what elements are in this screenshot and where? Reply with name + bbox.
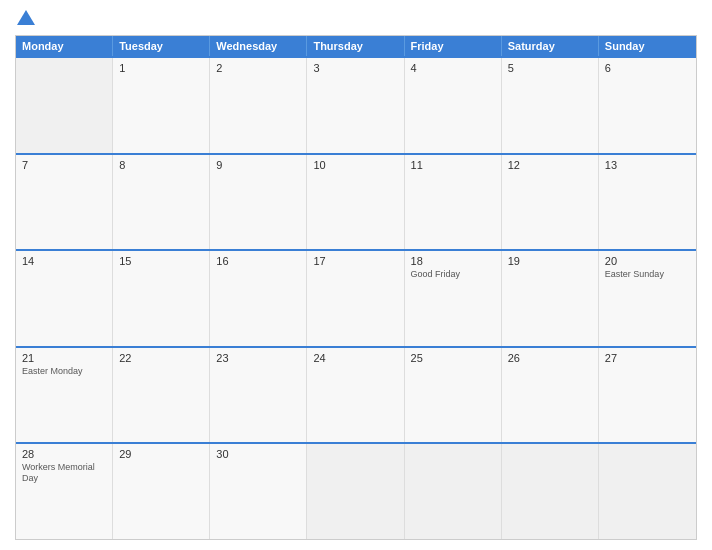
day-number: 28	[22, 448, 106, 460]
day-number: 22	[119, 352, 203, 364]
calendar-cell: 2	[210, 58, 307, 153]
calendar-page: MondayTuesdayWednesdayThursdayFridaySatu…	[0, 0, 712, 550]
calendar-cell: 1	[113, 58, 210, 153]
calendar-cell: 25	[405, 348, 502, 443]
day-number: 24	[313, 352, 397, 364]
calendar-cell: 6	[599, 58, 696, 153]
calendar-cell	[16, 58, 113, 153]
calendar-cell: 14	[16, 251, 113, 346]
day-number: 15	[119, 255, 203, 267]
calendar-cell: 27	[599, 348, 696, 443]
holiday-label: Easter Sunday	[605, 269, 690, 280]
calendar-cell	[599, 444, 696, 539]
day-number: 6	[605, 62, 690, 74]
day-number: 4	[411, 62, 495, 74]
weekday-header: Friday	[405, 36, 502, 56]
calendar-body: 123456789101112131415161718Good Friday19…	[16, 56, 696, 539]
calendar-week: 28Workers Memorial Day2930	[16, 442, 696, 539]
calendar-cell: 30	[210, 444, 307, 539]
day-number: 16	[216, 255, 300, 267]
day-number: 18	[411, 255, 495, 267]
calendar-cell: 11	[405, 155, 502, 250]
calendar-week: 123456	[16, 56, 696, 153]
calendar-cell: 3	[307, 58, 404, 153]
weekday-header: Saturday	[502, 36, 599, 56]
logo-triangle-icon	[17, 10, 35, 25]
calendar-cell: 15	[113, 251, 210, 346]
day-number: 12	[508, 159, 592, 171]
holiday-label: Easter Monday	[22, 366, 106, 377]
day-number: 21	[22, 352, 106, 364]
holiday-label: Workers Memorial Day	[22, 462, 106, 484]
day-number: 13	[605, 159, 690, 171]
weekday-header: Thursday	[307, 36, 404, 56]
calendar-cell: 17	[307, 251, 404, 346]
calendar-header: MondayTuesdayWednesdayThursdayFridaySatu…	[16, 36, 696, 56]
calendar-cell	[502, 444, 599, 539]
calendar-cell: 18Good Friday	[405, 251, 502, 346]
day-number: 1	[119, 62, 203, 74]
calendar-cell: 28Workers Memorial Day	[16, 444, 113, 539]
day-number: 9	[216, 159, 300, 171]
day-number: 3	[313, 62, 397, 74]
calendar-cell: 20Easter Sunday	[599, 251, 696, 346]
day-number: 11	[411, 159, 495, 171]
day-number: 14	[22, 255, 106, 267]
calendar-cell	[405, 444, 502, 539]
calendar-cell: 13	[599, 155, 696, 250]
calendar-week: 21Easter Monday222324252627	[16, 346, 696, 443]
weekday-header: Sunday	[599, 36, 696, 56]
day-number: 7	[22, 159, 106, 171]
calendar-cell: 23	[210, 348, 307, 443]
day-number: 30	[216, 448, 300, 460]
calendar-cell	[307, 444, 404, 539]
day-number: 17	[313, 255, 397, 267]
calendar-cell: 21Easter Monday	[16, 348, 113, 443]
calendar-week: 78910111213	[16, 153, 696, 250]
calendar-cell: 8	[113, 155, 210, 250]
calendar-cell: 5	[502, 58, 599, 153]
calendar-week: 1415161718Good Friday1920Easter Sunday	[16, 249, 696, 346]
calendar-cell: 12	[502, 155, 599, 250]
day-number: 19	[508, 255, 592, 267]
page-header	[15, 10, 697, 27]
calendar-cell: 16	[210, 251, 307, 346]
holiday-label: Good Friday	[411, 269, 495, 280]
day-number: 29	[119, 448, 203, 460]
calendar-cell: 24	[307, 348, 404, 443]
logo	[15, 10, 35, 27]
calendar-cell: 10	[307, 155, 404, 250]
calendar-cell: 4	[405, 58, 502, 153]
day-number: 25	[411, 352, 495, 364]
day-number: 23	[216, 352, 300, 364]
day-number: 20	[605, 255, 690, 267]
day-number: 10	[313, 159, 397, 171]
calendar-grid: MondayTuesdayWednesdayThursdayFridaySatu…	[15, 35, 697, 540]
day-number: 27	[605, 352, 690, 364]
calendar-cell: 7	[16, 155, 113, 250]
calendar-cell: 26	[502, 348, 599, 443]
calendar-cell: 9	[210, 155, 307, 250]
day-number: 26	[508, 352, 592, 364]
calendar-cell: 22	[113, 348, 210, 443]
weekday-header: Wednesday	[210, 36, 307, 56]
calendar-cell: 29	[113, 444, 210, 539]
day-number: 2	[216, 62, 300, 74]
weekday-header: Tuesday	[113, 36, 210, 56]
calendar-cell: 19	[502, 251, 599, 346]
day-number: 8	[119, 159, 203, 171]
day-number: 5	[508, 62, 592, 74]
weekday-header: Monday	[16, 36, 113, 56]
